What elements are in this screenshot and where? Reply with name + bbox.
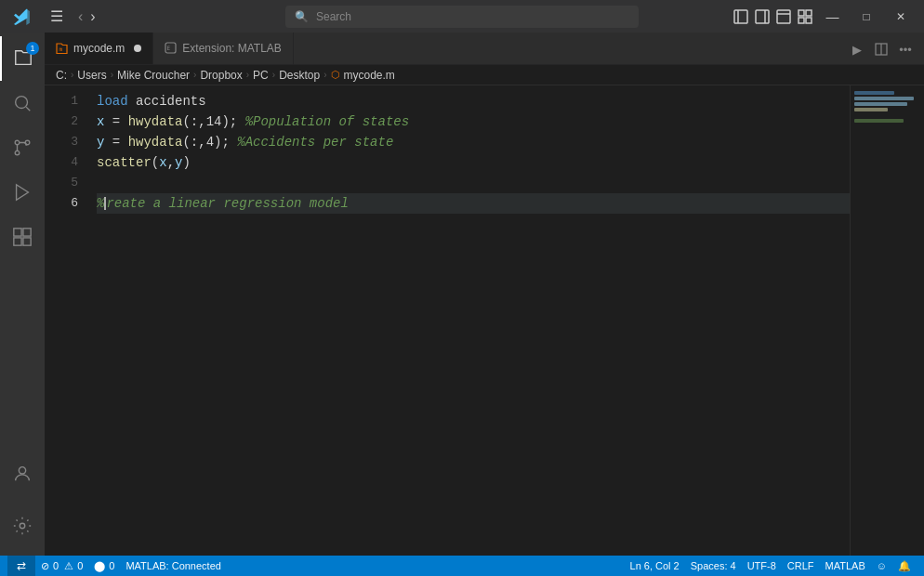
split-editor-button[interactable]: [870, 38, 892, 60]
code-line-1: load accidents: [97, 91, 850, 111]
bell-icon: 🔔: [898, 560, 911, 572]
code-editor[interactable]: 1 2 3 4 5 6 load accidents x = hwydata(:…: [45, 85, 924, 556]
status-feedback[interactable]: ☺: [871, 556, 892, 576]
minimap-line-5: [854, 113, 858, 117]
breadcrumb-pc[interactable]: PC: [253, 69, 269, 82]
code-line-2: x = hwydata(:,14); %Population of states: [97, 111, 850, 132]
maximize-button[interactable]: □: [851, 0, 883, 33]
breadcrumb-file-icon: ⬡: [331, 69, 340, 81]
activity-accounts[interactable]: [0, 452, 45, 496]
svg-rect-6: [799, 10, 804, 16]
token-scatter-paren: (: [152, 152, 159, 173]
more-actions-button[interactable]: •••: [894, 38, 917, 60]
breadcrumb-sep-5: ›: [272, 70, 275, 80]
activity-source-control[interactable]: [0, 125, 45, 170]
token-scatter-y: y: [175, 152, 182, 173]
token-load: load: [97, 91, 128, 111]
status-matlab-connected[interactable]: MATLAB: Connected: [120, 556, 227, 576]
status-mic[interactable]: ⬤ 0: [88, 556, 120, 576]
status-errors[interactable]: ⊘ 0 ⚠ 0: [35, 556, 88, 576]
breadcrumb-dropbox[interactable]: Dropbox: [200, 69, 242, 82]
breadcrumb-filename[interactable]: mycode.m: [344, 69, 395, 82]
status-encoding[interactable]: UTF-8: [742, 556, 782, 576]
line-num-3: 3: [45, 132, 78, 152]
line-ending-text: CRLF: [787, 560, 814, 571]
tab-mycode-label: mycode.m: [73, 42, 125, 55]
code-line-5: [97, 173, 850, 193]
status-notifications[interactable]: 🔔: [892, 556, 917, 576]
activity-search[interactable]: [0, 81, 45, 125]
token-cmt6b: reate a linear regression model: [106, 193, 348, 214]
token-cmt3: %Accidents per state: [237, 132, 393, 152]
language-text: MATLAB: [825, 560, 865, 571]
svg-line-11: [26, 107, 30, 111]
breadcrumb-mike[interactable]: Mike Croucher: [117, 69, 190, 82]
hamburger-menu[interactable]: ☰: [46, 6, 67, 27]
minimap-line-2: [854, 97, 914, 100]
status-cursor-pos[interactable]: Ln 6, Col 2: [625, 556, 685, 576]
tab-modified-indicator: [134, 45, 141, 52]
encoding-text: UTF-8: [747, 560, 776, 571]
status-bar: ⇄ ⊘ 0 ⚠ 0 ⬤ 0 MATLAB: Connected Ln 6, Co…: [0, 556, 924, 576]
status-spaces[interactable]: Spaces: 4: [685, 556, 742, 576]
token-accidents: accidents: [128, 91, 206, 111]
code-line-3: y = hwydata(:,4); %Accidents per state: [97, 132, 850, 152]
svg-rect-2: [756, 10, 769, 23]
layout-toggle-btn3[interactable]: [773, 4, 793, 30]
remote-icon: ⇄: [17, 559, 26, 572]
breadcrumb-sep-6: ›: [323, 70, 326, 80]
svg-text:m: m: [59, 46, 63, 52]
breadcrumb-sep-3: ›: [193, 70, 196, 80]
svg-point-14: [15, 151, 20, 155]
line-num-2: 2: [45, 111, 78, 132]
tab-extension-label: Extension: MATLAB: [182, 42, 282, 55]
token-x: x: [97, 111, 104, 132]
status-language[interactable]: MATLAB: [820, 556, 871, 576]
token-hwydata3: hwydata: [128, 132, 183, 152]
minimap-line-4: [854, 108, 888, 111]
breadcrumb-users[interactable]: Users: [77, 69, 106, 82]
token-hwydata2: hwydata: [128, 111, 183, 132]
line-num-6: 6: [45, 193, 78, 214]
token-eq3: =: [104, 132, 127, 152]
activity-run-debug[interactable]: [0, 170, 45, 215]
tab-mycode[interactable]: m mycode.m: [45, 33, 153, 64]
layout-grid-btn[interactable]: [795, 4, 814, 30]
svg-rect-18: [14, 238, 21, 245]
token-y: y: [97, 132, 104, 152]
breadcrumb-sep-2: ›: [111, 70, 113, 80]
breadcrumb-c[interactable]: C:: [56, 69, 67, 82]
layout-toggle-btn1[interactable]: [731, 4, 750, 30]
activity-extensions[interactable]: [0, 215, 45, 259]
svg-point-10: [16, 97, 28, 109]
breadcrumb-desktop[interactable]: Desktop: [279, 69, 320, 82]
code-content[interactable]: load accidents x = hwydata(:,14); %Popul…: [89, 85, 850, 556]
spaces-text: Spaces: 4: [691, 560, 736, 571]
status-line-ending[interactable]: CRLF: [782, 556, 820, 576]
activity-explorer[interactable]: 1: [0, 36, 45, 81]
tab-extension-matlab[interactable]: E Extension: MATLAB: [153, 33, 294, 64]
nav-forward[interactable]: ›: [88, 7, 97, 27]
token-cmt6a: %: [97, 193, 104, 214]
svg-rect-8: [799, 18, 804, 23]
token-eq2: =: [104, 111, 127, 132]
run-button[interactable]: ▶: [846, 38, 868, 60]
token-scatter-comma: ,: [167, 152, 175, 173]
token-scatter-x: x: [159, 152, 166, 173]
close-button[interactable]: ✕: [884, 0, 917, 33]
editor-area: m mycode.m E Extension: MATLAB ▶ ••• C: …: [45, 33, 924, 556]
svg-point-12: [15, 140, 20, 145]
cursor-pos-text: Ln 6, Col 2: [630, 560, 680, 571]
search-input[interactable]: 🔍 Search: [285, 6, 639, 28]
minimize-button[interactable]: —: [816, 0, 849, 33]
activity-settings[interactable]: [0, 504, 45, 548]
line-num-5: 5: [45, 173, 78, 193]
search-placeholder: Search: [316, 10, 351, 23]
feedback-icon: ☺: [877, 560, 887, 571]
layout-toggle-btn2[interactable]: [752, 4, 772, 30]
status-remote[interactable]: ⇄: [7, 556, 35, 576]
nav-back[interactable]: ‹: [76, 7, 85, 27]
code-line-4: scatter(x,y): [97, 152, 850, 173]
svg-rect-7: [806, 10, 812, 16]
svg-rect-17: [23, 229, 31, 236]
